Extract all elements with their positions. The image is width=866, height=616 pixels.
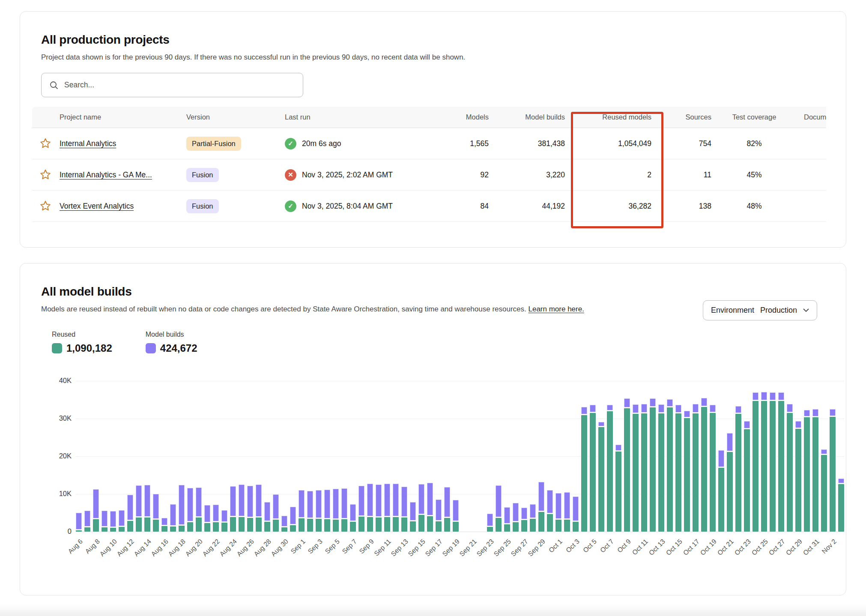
reused-segment bbox=[693, 413, 699, 532]
stacked-bar bbox=[341, 488, 347, 532]
reused-segment bbox=[239, 517, 245, 532]
stacked-bar bbox=[110, 511, 116, 532]
model-builds-segment bbox=[187, 488, 193, 521]
stacked-bar bbox=[187, 488, 193, 532]
reused-segment bbox=[633, 414, 639, 532]
model-builds-segment bbox=[264, 502, 270, 521]
stacked-bar bbox=[136, 485, 142, 532]
model-builds-segment bbox=[753, 392, 758, 400]
reused-segment bbox=[93, 519, 99, 532]
header-last-run: Last run bbox=[285, 107, 409, 128]
learn-more-link[interactable]: Learn more here. bbox=[528, 305, 584, 313]
sources-value: 138 bbox=[651, 191, 711, 221]
model-builds-segment bbox=[710, 405, 716, 412]
model-builds-segment bbox=[358, 486, 364, 516]
project-search[interactable] bbox=[41, 73, 303, 97]
stacked-bar bbox=[239, 484, 245, 532]
model-builds-segment bbox=[136, 485, 142, 516]
stacked-bar bbox=[573, 496, 579, 532]
reused-segment bbox=[230, 517, 236, 532]
legend-value: 424,672 bbox=[160, 342, 197, 354]
reused-segment bbox=[299, 518, 305, 532]
stacked-bar bbox=[204, 505, 210, 532]
stacked-bar bbox=[444, 487, 450, 532]
model-builds-segment bbox=[367, 484, 373, 516]
model-builds-segment bbox=[170, 504, 176, 525]
reused-segment bbox=[316, 519, 322, 532]
plot-area: Aug 6Aug 8Aug 10Aug 12Aug 14Aug 16Aug 18… bbox=[76, 381, 844, 532]
stacked-bar bbox=[727, 433, 733, 532]
model-builds-segment bbox=[76, 513, 82, 530]
model-builds-segment bbox=[221, 510, 227, 522]
model-builds-segment bbox=[119, 510, 125, 526]
project-name-link[interactable]: Internal Analytics - GA Me... bbox=[60, 170, 152, 179]
model-builds-segment bbox=[615, 445, 621, 451]
reused-segment bbox=[273, 520, 279, 532]
header-models: Models bbox=[409, 107, 489, 128]
header-reused-models: Reused models bbox=[565, 107, 651, 128]
reused-segment bbox=[804, 417, 810, 532]
project-name-link[interactable]: Internal Analytics bbox=[60, 139, 116, 148]
reused-segment bbox=[444, 518, 450, 532]
reused-segment bbox=[401, 517, 407, 532]
stacked-bar bbox=[324, 490, 330, 532]
favorite-star-icon[interactable] bbox=[39, 200, 52, 212]
model-builds-segment bbox=[727, 433, 733, 451]
reused-segment bbox=[281, 527, 287, 532]
stacked-bar bbox=[598, 422, 604, 532]
project-name-link[interactable]: Vortex Event Analytics bbox=[60, 202, 134, 211]
reused-segment bbox=[119, 527, 125, 532]
model-builds-segment bbox=[401, 487, 407, 517]
stacked-bar bbox=[427, 483, 433, 532]
stacked-bar bbox=[179, 485, 185, 532]
stacked-bar bbox=[281, 516, 287, 532]
model-builds-segment bbox=[324, 490, 330, 518]
stacked-bar bbox=[299, 490, 305, 532]
stacked-bar bbox=[650, 398, 656, 532]
stacked-bar bbox=[530, 504, 536, 532]
model-builds-segment bbox=[453, 500, 459, 521]
stacked-bar bbox=[436, 499, 442, 532]
reused-segment bbox=[487, 527, 493, 532]
reused-segment bbox=[358, 517, 364, 532]
projects-table-header: Project name Version Last run Models Mod… bbox=[32, 107, 826, 128]
reused-segment bbox=[170, 526, 176, 532]
model-builds-segment bbox=[521, 508, 527, 519]
reused-segment bbox=[427, 516, 433, 532]
stacked-bar bbox=[221, 510, 227, 532]
project-row: Internal Analytics - GA Me...Fusion✕Nov … bbox=[32, 159, 826, 191]
y-axis-tick: 40K bbox=[52, 377, 72, 385]
legend-label: Reused bbox=[52, 331, 112, 338]
model-builds-segment bbox=[830, 409, 836, 416]
stacked-bar bbox=[393, 484, 399, 532]
reused-segment bbox=[127, 521, 133, 532]
model-builds-segment bbox=[487, 514, 493, 526]
reused-segment bbox=[264, 522, 270, 532]
search-input[interactable] bbox=[64, 81, 295, 90]
stacked-bar bbox=[564, 492, 570, 532]
environment-dropdown[interactable]: Environment Production bbox=[703, 300, 817, 320]
favorite-star-icon[interactable] bbox=[39, 168, 52, 181]
stacked-bar bbox=[590, 405, 596, 532]
reused-segment bbox=[675, 413, 681, 532]
reused-segment bbox=[830, 417, 836, 532]
stacked-bar bbox=[307, 491, 313, 532]
stacked-bar bbox=[641, 404, 647, 532]
reused-segment bbox=[778, 401, 784, 532]
projects-table: Project name Version Last run Models Mod… bbox=[32, 107, 826, 222]
model-builds-segment bbox=[418, 484, 424, 514]
stacked-bar bbox=[487, 514, 493, 532]
reused-segment bbox=[324, 519, 330, 532]
model-builds-segment bbox=[538, 482, 544, 511]
run-success-check-icon: ✓ bbox=[285, 138, 296, 150]
search-icon bbox=[49, 81, 59, 90]
reused-segment bbox=[136, 517, 142, 532]
model-builds-segment bbox=[444, 487, 450, 517]
header-documentation: Documentation bbox=[797, 107, 826, 128]
stacked-bar bbox=[358, 486, 364, 532]
model-builds-segment bbox=[204, 505, 210, 522]
y-axis-tick: 30K bbox=[52, 414, 72, 422]
favorite-star-icon[interactable] bbox=[39, 137, 52, 150]
reused-segment bbox=[110, 528, 116, 532]
model-builds-segment bbox=[384, 484, 390, 516]
